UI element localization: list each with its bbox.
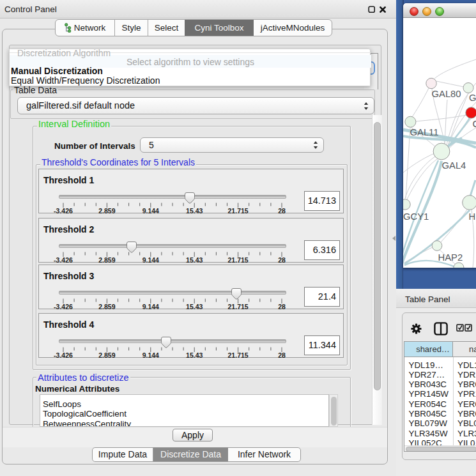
svg-text:GAL80: GAL80 bbox=[432, 89, 461, 99]
svg-text:GAL11: GAL11 bbox=[410, 127, 439, 137]
svg-text:GAL4: GAL4 bbox=[442, 160, 466, 171]
svg-text:G.: G. bbox=[469, 93, 476, 103]
svg-text:GCY1: GCY1 bbox=[403, 211, 429, 222]
svg-text:CY: CY bbox=[473, 119, 476, 129]
svg-text:HIS: HIS bbox=[469, 211, 476, 222]
svg-text:HAP2: HAP2 bbox=[438, 252, 463, 263]
